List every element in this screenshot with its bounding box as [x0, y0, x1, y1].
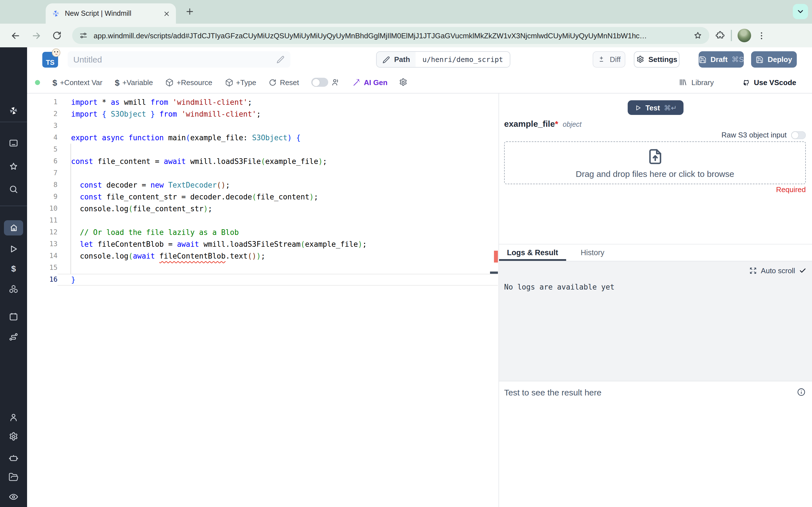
path-chip[interactable]: Path u/henri/demo_script: [376, 51, 510, 68]
code-line-5[interactable]: 5: [27, 144, 498, 156]
wand-icon: [353, 78, 361, 87]
line-content[interactable]: [57, 215, 498, 226]
code-line-10[interactable]: 10 console.log(file_content_str);: [27, 203, 498, 215]
test-button[interactable]: Test ⌘↵: [627, 100, 684, 115]
windmill-logo[interactable]: [8, 105, 19, 116]
library-button[interactable]: Library: [678, 78, 714, 87]
line-content[interactable]: console.log(await fileContentBlob.text()…: [57, 250, 498, 262]
back-icon[interactable]: [10, 30, 21, 41]
code-line-12[interactable]: 12 // Or load the file lazily as a Blob: [27, 226, 498, 238]
code-line-13[interactable]: 13 let fileContentBlob = await wmill.loa…: [27, 238, 498, 250]
argument-name: example_file*: [504, 119, 558, 128]
sidebar-item-runs[interactable]: [8, 244, 18, 254]
editor-settings-gear-icon[interactable]: [399, 78, 408, 87]
add-variable-button[interactable]: $+Variable: [115, 77, 153, 87]
toggle-off[interactable]: [312, 78, 328, 87]
code-line-7[interactable]: 7: [27, 167, 498, 179]
extensions-icon[interactable]: [715, 31, 725, 41]
raw-s3-toggle[interactable]: [791, 131, 806, 139]
code-line-3[interactable]: 3: [27, 120, 498, 132]
add-resource-button[interactable]: +Resource: [165, 78, 212, 87]
line-content[interactable]: [57, 144, 498, 156]
sidebar-item-search[interactable]: [8, 184, 18, 194]
sidebar-item-settings[interactable]: [8, 432, 18, 442]
sidebar-item-workspace-switcher[interactable]: [8, 138, 18, 148]
sidebar-item-favorites[interactable]: [8, 162, 18, 172]
ai-gen-button[interactable]: AI Gen: [353, 78, 388, 87]
diff-button[interactable]: Diff: [593, 51, 625, 68]
code-line-9[interactable]: 9 const file_content_str = decoder.decod…: [27, 191, 498, 203]
line-content[interactable]: import * as wmill from 'windmill-client'…: [57, 96, 498, 108]
edit-title-icon[interactable]: [276, 55, 285, 64]
script-header: TS Untitled Path u/henri/demo_script Dif…: [27, 47, 812, 71]
code-line-8[interactable]: 8 const decoder = new TextDecoder();: [27, 179, 498, 191]
multiplayer-toggle[interactable]: [312, 78, 340, 87]
line-content[interactable]: const file_content = await wmill.loadS3F…: [57, 156, 498, 167]
tab-history[interactable]: History: [573, 244, 612, 261]
browser-menu-icon[interactable]: [757, 31, 766, 40]
script-title-input[interactable]: Untitled: [68, 51, 290, 68]
reset-button[interactable]: Reset: [269, 78, 299, 87]
sidebar-item-variables[interactable]: $: [11, 264, 16, 273]
line-number: 15: [27, 262, 57, 274]
tab-search-button[interactable]: [793, 4, 808, 19]
path-value[interactable]: u/henri/demo_script: [416, 52, 510, 67]
path-label-segment[interactable]: Path: [377, 52, 416, 67]
use-vscode-button[interactable]: Use VScode: [741, 78, 796, 87]
line-content[interactable]: // Or load the file lazily as a Blob: [57, 226, 498, 238]
sidebar-item-resources[interactable]: [8, 284, 18, 294]
line-content[interactable]: export async function main(example_file:…: [57, 132, 498, 144]
code-lines[interactable]: 1import * as wmill from 'windmill-client…: [27, 96, 498, 286]
line-content[interactable]: console.log(file_content_str);: [57, 203, 498, 215]
code-line-15[interactable]: 15: [27, 262, 498, 274]
browser-tab[interactable]: New Script | Windmill: [46, 3, 176, 24]
deploy-button[interactable]: Deploy: [751, 51, 797, 68]
reload-icon[interactable]: [52, 31, 62, 41]
browser-toolbar: app.windmill.dev/scripts/add#JTdCJTIyaGF…: [0, 24, 812, 47]
line-content[interactable]: [57, 262, 498, 274]
auto-scroll-control[interactable]: Auto scroll: [750, 267, 806, 275]
line-content[interactable]: import { S3Object } from 'windmill-clien…: [57, 108, 498, 120]
sidebar-item-workers[interactable]: [8, 452, 18, 462]
code-line-14[interactable]: 14 console.log(await fileContentBlob.tex…: [27, 250, 498, 262]
add-type-button[interactable]: +Type: [225, 78, 256, 87]
site-settings-icon[interactable]: [79, 31, 88, 40]
new-tab-icon[interactable]: [185, 7, 195, 16]
draft-button[interactable]: Draft ⌘S: [699, 51, 744, 68]
line-content[interactable]: [57, 120, 498, 132]
code-line-1[interactable]: 1import * as wmill from 'windmill-client…: [27, 96, 498, 108]
address-bar[interactable]: app.windmill.dev/scripts/add#JTdCJTIyaGF…: [72, 27, 709, 44]
code-line-6[interactable]: 6const file_content = await wmill.loadS3…: [27, 156, 498, 167]
code-line-16[interactable]: 16}: [27, 274, 498, 286]
sidebar-item-folders[interactable]: [8, 472, 18, 482]
code-line-2[interactable]: 2import { S3Object } from 'windmill-clie…: [27, 108, 498, 120]
sidebar-item-home[interactable]: [4, 220, 23, 235]
url-text[interactable]: app.windmill.dev/scripts/add#JTdCJTIyaGF…: [94, 31, 693, 40]
tab-close-icon[interactable]: [163, 10, 170, 17]
settings-button[interactable]: Settings: [634, 51, 679, 68]
expand-icon[interactable]: [750, 267, 757, 274]
add-context-var-button[interactable]: $+Context Var: [52, 77, 102, 87]
line-content[interactable]: }: [57, 274, 498, 286]
tab-logs-result[interactable]: Logs & Result: [499, 244, 566, 261]
line-content[interactable]: [57, 167, 498, 179]
profile-avatar[interactable]: [738, 29, 751, 42]
bookmark-star-icon[interactable]: [693, 31, 703, 40]
line-content[interactable]: const file_content_str = decoder.decode(…: [57, 191, 498, 203]
editor-toolbar: $+Context Var $+Variable +Resource +Type…: [27, 71, 812, 94]
sidebar-item-schedules[interactable]: [8, 312, 18, 322]
sidebar-item-flows[interactable]: [8, 332, 18, 342]
line-content[interactable]: const decoder = new TextDecoder();: [57, 179, 498, 191]
sidebar-item-audit-logs[interactable]: [8, 492, 18, 502]
package-icon: [225, 78, 233, 87]
line-content[interactable]: let fileContentBlob = await wmill.loadS3…: [57, 238, 498, 250]
info-icon[interactable]: [797, 388, 806, 397]
emoji-badge: [52, 48, 60, 57]
file-dropzone[interactable]: Drag and drop files here or click to bro…: [504, 142, 806, 184]
forward-icon[interactable]: [31, 30, 42, 41]
code-line-4[interactable]: 4export async function main(example_file…: [27, 132, 498, 144]
sidebar-item-user[interactable]: [8, 412, 18, 422]
code-editor[interactable]: 1import * as wmill from 'windmill-client…: [27, 94, 498, 507]
save-icon: [699, 55, 707, 63]
code-line-11[interactable]: 11: [27, 215, 498, 226]
